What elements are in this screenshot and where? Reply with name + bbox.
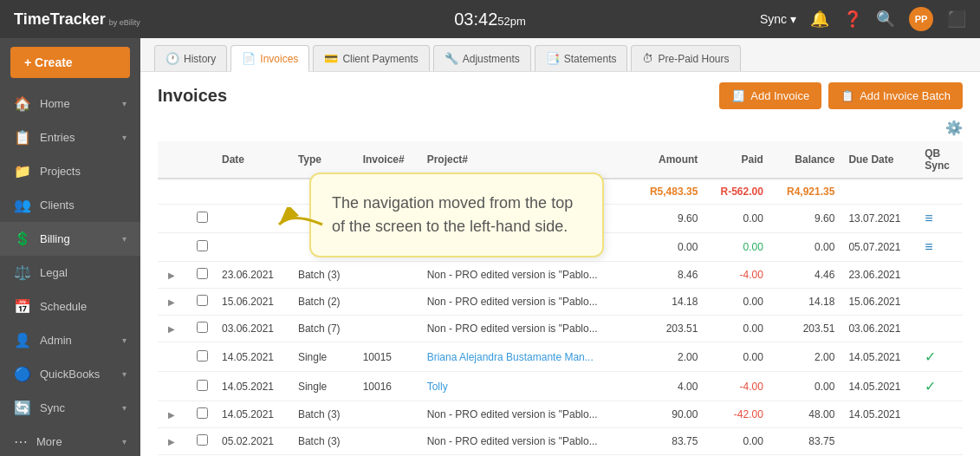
clock: 03:4252pm	[454, 10, 526, 29]
logo-sub: by eBility	[109, 18, 140, 27]
col-balance: Balance	[770, 141, 842, 179]
add-invoice-icon: 🧾	[731, 89, 745, 102]
tab-invoices-label: Invoices	[260, 53, 298, 65]
sidebar-item-schedule[interactable]: 📅 Schedule	[0, 290, 140, 323]
expand-button[interactable]: ▶	[165, 435, 178, 448]
col-amount: Amount	[633, 141, 705, 179]
col-paid: Paid	[704, 141, 770, 179]
col-due-date: Due Date	[841, 141, 918, 179]
row-checkbox[interactable]	[197, 212, 208, 223]
chevron-icon: ▾	[122, 335, 127, 345]
logout-icon[interactable]: ⬛	[947, 10, 966, 29]
expand-button[interactable]: ▶	[165, 322, 178, 335]
expand-button[interactable]: ▶	[165, 269, 178, 282]
row-checkbox[interactable]	[197, 322, 208, 333]
search-icon[interactable]: 🔍	[876, 10, 895, 29]
user-avatar[interactable]: PP	[909, 7, 933, 31]
chevron-icon: ▾	[122, 99, 127, 108]
history-tab-icon: 🕐	[165, 52, 179, 65]
adjustments-tab-icon: 🔧	[445, 52, 458, 65]
sidebar-item-more[interactable]: ⋯ More ▾	[0, 425, 140, 456]
sidebar-item-entries[interactable]: 📋 Entries ▾	[0, 121, 140, 154]
logo-area: TimeTracker by eBility	[14, 10, 140, 29]
sidebar-label-legal: Legal	[40, 266, 68, 279]
add-invoice-batch-label: Add Invoice Batch	[860, 89, 951, 102]
clock-time: 03:42	[454, 10, 497, 29]
row-checkbox[interactable]	[197, 295, 208, 306]
sidebar-item-home[interactable]: 🏠 Home ▾	[0, 87, 140, 121]
notification-icon[interactable]: 🔔	[810, 10, 829, 29]
project-link[interactable]: Briana Alejandra Bustamante Man...	[420, 342, 633, 372]
row-checkbox[interactable]	[197, 407, 208, 419]
sidebar-item-legal[interactable]: ⚖️ Legal	[0, 256, 140, 290]
clients-icon: 👥	[14, 197, 31, 213]
tab-invoices[interactable]: 📄 Invoices	[230, 45, 309, 72]
row-checkbox[interactable]	[197, 434, 208, 446]
legal-icon: ⚖️	[14, 264, 31, 281]
col-date: Date	[215, 141, 291, 179]
sidebar-label-billing: Billing	[40, 232, 70, 245]
tab-adjustments[interactable]: 🔧 Adjustments	[433, 45, 531, 71]
table-row: 14.05.2021 Single 10016 Tolly 4.00 -4.00…	[158, 372, 963, 401]
schedule-icon: 📅	[14, 298, 31, 315]
add-invoice-button[interactable]: 🧾 Add Invoice	[719, 82, 821, 109]
sync-button[interactable]: Sync ▾	[760, 12, 796, 26]
add-invoice-label: Add Invoice	[750, 89, 809, 102]
sidebar-label-clients: Clients	[40, 199, 75, 212]
tab-adjustments-label: Adjustments	[463, 53, 520, 65]
col-expand	[158, 141, 190, 179]
tab-prepaid-hours[interactable]: ⏱ Pre-Paid Hours	[631, 45, 740, 71]
add-invoice-batch-button[interactable]: 📋 Add Invoice Batch	[828, 82, 963, 109]
chevron-down-icon: ▾	[790, 12, 796, 26]
entries-icon: 📋	[14, 129, 31, 146]
sidebar-item-billing[interactable]: 💲 Billing ▾	[0, 222, 140, 256]
sidebar-item-clients[interactable]: 👥 Clients	[0, 188, 140, 222]
tab-client-payments[interactable]: 💳 Client Payments	[313, 45, 429, 71]
table-row: ▶ 14.05.2021 Batch (3) Non - PRO edited …	[158, 401, 963, 428]
table-toolbar: ⚙️	[158, 116, 963, 141]
sidebar-item-admin[interactable]: 👤 Admin ▾	[0, 323, 140, 357]
invoices-tab-icon: 📄	[242, 52, 256, 65]
row-checkbox[interactable]	[197, 268, 208, 279]
sidebar-label-entries: Entries	[40, 131, 75, 144]
callout-text: The navigation moved from the top of the…	[332, 194, 573, 235]
sidebar-label-projects: Projects	[40, 165, 81, 178]
table-row: ▶ 03.06.2021 Batch (7) Non - PRO edited …	[158, 316, 963, 342]
row-checkbox[interactable]	[197, 380, 208, 391]
chevron-icon: ▾	[122, 133, 127, 142]
table-row: ▶ 15.06.2021 Batch (2) Non - PRO edited …	[158, 289, 963, 316]
billing-icon: 💲	[14, 231, 31, 247]
callout-tooltip: The navigation moved from the top of the…	[309, 173, 604, 257]
sidebar-item-quickbooks[interactable]: 🔵 QuickBooks ▾	[0, 357, 140, 391]
expand-button[interactable]: ▶	[165, 408, 178, 421]
expand-button[interactable]: ▶	[165, 296, 178, 309]
sidebar-label-schedule: Schedule	[40, 300, 87, 313]
main-layout: + Create 🏠 Home ▾ 📋 Entries ▾ 📁 Proj	[0, 38, 980, 456]
qb-sync-icon: ≡	[925, 211, 932, 225]
tab-client-payments-label: Client Payments	[342, 53, 418, 65]
top-header: TimeTracker by eBility 03:4252pm Sync ▾ …	[0, 0, 980, 38]
sidebar-item-projects[interactable]: 📁 Projects	[0, 154, 140, 188]
sidebar-nav: 🏠 Home ▾ 📋 Entries ▾ 📁 Projects	[0, 87, 140, 456]
sidebar-item-sync[interactable]: 🔄 Sync ▾	[0, 391, 140, 425]
settings-icon[interactable]: ⚙️	[945, 120, 963, 136]
content-area: 🕐 History 📄 Invoices 💳 Client Payments 🔧…	[140, 38, 980, 456]
row-checkbox[interactable]	[197, 350, 208, 362]
sidebar-label-admin: Admin	[40, 334, 72, 347]
checkmark-icon: ✓	[925, 349, 936, 364]
project-link[interactable]: Tolly	[420, 372, 633, 401]
total-paid: R-562.00	[704, 179, 770, 205]
col-qb-sync: QBSync	[918, 141, 963, 179]
logo-text: TimeTracker	[14, 10, 106, 29]
checkmark-icon: ✓	[925, 379, 936, 394]
help-icon[interactable]: ❓	[843, 10, 862, 29]
sync-icon: 🔄	[14, 400, 31, 416]
tab-statements[interactable]: 📑 Statements	[535, 45, 628, 71]
sidebar: + Create 🏠 Home ▾ 📋 Entries ▾ 📁 Proj	[0, 38, 140, 456]
page-header: Invoices 🧾 Add Invoice 📋 Add Invoice Bat…	[140, 72, 980, 116]
table-row: ▶ 05.02.2021 Batch (3) Non - PRO edited …	[158, 428, 963, 455]
tab-history[interactable]: 🕐 History	[154, 45, 227, 71]
create-button[interactable]: + Create	[10, 47, 130, 78]
chevron-icon: ▾	[122, 403, 127, 413]
row-checkbox[interactable]	[197, 240, 208, 251]
